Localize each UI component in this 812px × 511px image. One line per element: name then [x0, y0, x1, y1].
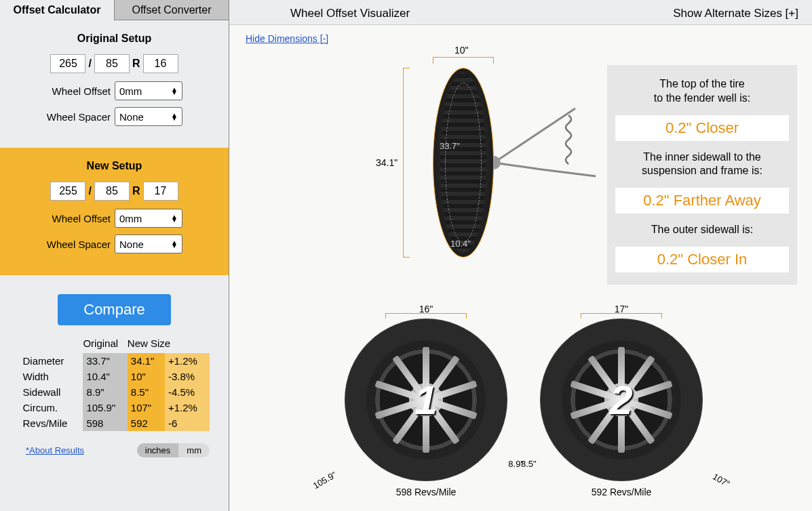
about-results-link[interactable]: *About Results — [26, 445, 84, 455]
visualizer-title: Wheel Offset Visualizer — [290, 7, 410, 20]
new-offset-select[interactable]: 0mm ▲▼ — [115, 209, 182, 228]
card-value: 0.2" Farther Away — [615, 188, 789, 213]
new-tire-aspect[interactable] — [94, 182, 130, 201]
chevron-updown-icon: ▲▼ — [171, 87, 178, 94]
dim-width: 10" — [455, 45, 469, 56]
col-newsize: New Size — [128, 338, 210, 353]
wheel-1: 16" 1 598 Revs/Mile 105.9" 8.9" — [338, 305, 514, 497]
wheel-face-icon: 1 — [345, 319, 507, 481]
card-label: The inner sidewall to thesuspension and … — [615, 150, 789, 179]
tab-bar: Offset Calculator Offset Converter — [0, 0, 229, 20]
card-label: The outer sidewall is: — [615, 223, 789, 237]
wheel1-revs: 598 Revs/Mile — [338, 487, 514, 497]
table-row: Sidewall 8.9" 8.5" -4.5% — [20, 384, 210, 400]
hide-dimensions-link[interactable]: Hide Dimensions [-] — [229, 25, 328, 44]
card-value: 0.2" Closer In — [615, 247, 789, 272]
card-label: The top of the tireto the fender well is… — [615, 77, 789, 106]
new-setup: New Setup / R Wheel Offset 0mm ▲▼ Wheel … — [0, 148, 229, 275]
col-original: Original — [83, 338, 127, 353]
chevron-updown-icon: ▲▼ — [171, 215, 178, 222]
new-title: New Setup — [7, 160, 222, 172]
table-row: Diameter 33.7" 34.1" +1.2% — [20, 353, 210, 369]
left-panel: Offset Calculator Offset Converter Origi… — [0, 0, 229, 511]
table-row: Width 10.4" 10" -3.8% — [20, 369, 210, 384]
wheel2-circ: 107" — [711, 471, 731, 489]
table-row: Revs/Mile 598 592 -6 — [20, 415, 210, 431]
original-title: Original Setup — [7, 33, 222, 45]
unit-mm[interactable]: mm — [178, 443, 210, 457]
orig-tire-aspect[interactable] — [94, 54, 130, 73]
orig-offset-select[interactable]: 0mm ▲▼ — [115, 81, 182, 100]
inner-tire-outline — [445, 83, 482, 243]
info-cards: The top of the tireto the fender well is… — [607, 65, 797, 285]
orig-tire-rim[interactable] — [143, 54, 178, 73]
wheel-2: 17" 2 592 Revs/Mile 8.5" 107" — [533, 305, 710, 497]
new-tire-width[interactable] — [50, 182, 85, 201]
original-setup: Original Setup / R Wheel Offset 0mm ▲▼ W… — [0, 20, 229, 148]
show-alt-sizes[interactable]: Show Alternate Sizes [+] — [673, 7, 798, 20]
slash-sep: / — [88, 58, 91, 70]
chevron-updown-icon: ▲▼ — [171, 113, 178, 120]
wheel1-circ: 105.9" — [311, 470, 339, 491]
new-offset-label: Wheel Offset — [46, 213, 111, 224]
new-tire-rim[interactable] — [143, 182, 178, 201]
compare-button[interactable]: Compare — [58, 294, 170, 325]
results-table: Original New Size Diameter 33.7" 34.1" +… — [20, 338, 210, 431]
dim-inner: 33.7" — [440, 141, 460, 151]
unit-toggle[interactable]: inches mm — [137, 443, 210, 457]
orig-offset-label: Wheel Offset — [46, 85, 111, 97]
suspension-icon — [494, 95, 623, 217]
wheel-face-icon: 2 — [540, 319, 703, 481]
right-panel: Wheel Offset Visualizer Show Alternate S… — [229, 0, 812, 511]
tab-calculator[interactable]: Offset Calculator — [0, 0, 115, 20]
new-spacer-label: Wheel Spacer — [46, 239, 111, 250]
new-spacer-select[interactable]: None ▲▼ — [115, 234, 182, 253]
tab-converter[interactable]: Offset Converter — [115, 0, 229, 20]
wheel-comparison: 16" 1 598 Revs/Mile 105.9" 8.9" 17" 2 59… — [338, 305, 799, 508]
unit-inches[interactable]: inches — [137, 443, 179, 457]
dim-section: 10.4" — [450, 239, 471, 249]
wheel2-sidewall: 8.5" — [521, 459, 537, 469]
table-row: Circum. 105.9" 107" +1.2% — [20, 400, 210, 415]
r-sep: R — [132, 58, 140, 70]
orig-spacer-select[interactable]: None ▲▼ — [115, 107, 182, 126]
orig-tire-width[interactable] — [50, 54, 85, 73]
dim-height: 34.1" — [376, 157, 398, 168]
chevron-updown-icon: ▲▼ — [171, 241, 178, 247]
wheel2-revs: 592 Revs/Mile — [533, 487, 710, 497]
card-value: 0.2" Closer — [615, 115, 789, 141]
orig-spacer-label: Wheel Spacer — [46, 111, 111, 123]
